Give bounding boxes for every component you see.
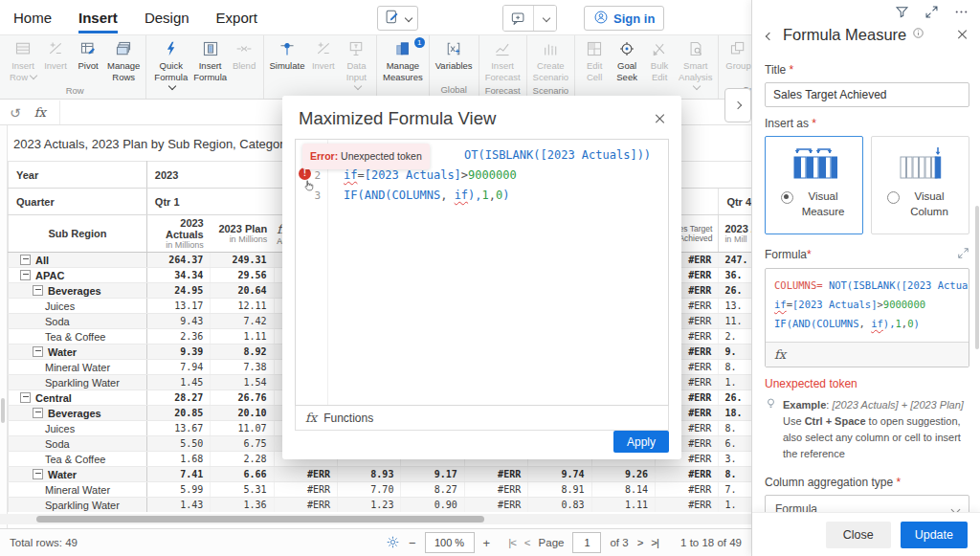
collapse-toggle[interactable] xyxy=(33,408,43,418)
back-button[interactable] xyxy=(765,24,774,45)
cell[interactable]: 7.38 xyxy=(211,360,274,375)
settings-gear-icon[interactable] xyxy=(386,535,400,551)
cell[interactable]: 8. xyxy=(719,360,751,375)
cell[interactable]: 0.90 xyxy=(401,498,464,513)
cell[interactable]: 13.17 xyxy=(146,299,210,314)
collapse-toggle[interactable] xyxy=(33,285,43,296)
cell[interactable]: 29.56 xyxy=(211,268,274,283)
cell[interactable]: #ERR xyxy=(464,467,527,482)
horizontal-scrollbar-track[interactable] xyxy=(0,514,751,524)
ribbon-button-variables[interactable]: Variables xyxy=(433,39,476,73)
cell[interactable]: #ERR xyxy=(655,482,718,498)
cell[interactable]: #ERR xyxy=(464,482,527,498)
close-modal-icon[interactable] xyxy=(654,113,665,124)
row-label[interactable]: Sparkling Water xyxy=(9,498,147,513)
cell[interactable]: 26. xyxy=(719,390,751,406)
cell[interactable]: #ERR xyxy=(274,498,337,513)
cell[interactable]: #ERR xyxy=(655,467,718,482)
cell[interactable]: 9.26 xyxy=(591,467,655,482)
row-label[interactable]: Mineral Water xyxy=(9,360,147,375)
edit-mode-button[interactable] xyxy=(377,6,418,31)
apply-button[interactable]: Apply xyxy=(613,431,669,453)
collapse-toggle[interactable] xyxy=(20,270,31,280)
formula-editor[interactable]: COLUMNS= NOT(ISBLANK([2023 Actuals]))if=… xyxy=(766,269,969,342)
visual-measure-option[interactable]: Visual Measure xyxy=(765,136,863,234)
menu-tab-design[interactable]: Design xyxy=(145,10,189,26)
functions-bar[interactable]: fx Functions xyxy=(295,406,669,431)
cell[interactable]: 20.10 xyxy=(211,406,274,421)
menu-tab-home[interactable]: Home xyxy=(13,10,52,26)
cell[interactable]: #ERR xyxy=(655,498,718,513)
collapse-toggle[interactable] xyxy=(20,255,31,265)
cell[interactable]: #ERR xyxy=(274,467,337,482)
cell[interactable]: 264.37 xyxy=(146,253,210,268)
cell[interactable]: 7.42 xyxy=(211,314,274,329)
cell[interactable]: 13. xyxy=(719,299,751,314)
cell[interactable]: 9.43 xyxy=(146,314,210,329)
page-next-button[interactable]: > xyxy=(637,537,643,548)
page-first-button[interactable]: |< xyxy=(508,537,516,548)
row-label[interactable]: Juices xyxy=(9,299,147,314)
row-label[interactable]: Soda xyxy=(9,436,147,452)
row-label[interactable]: Juices xyxy=(9,421,147,436)
cell[interactable]: 1.11 xyxy=(591,498,655,513)
row-label[interactable]: Sparkling Water xyxy=(9,375,147,390)
cell[interactable]: 1.68 xyxy=(146,452,210,467)
row-label[interactable]: Tea & Coffee xyxy=(9,452,147,467)
cell[interactable]: 26.76 xyxy=(211,390,274,406)
cell[interactable]: 1.11 xyxy=(211,329,274,345)
cell[interactable]: 3. xyxy=(719,452,751,467)
ribbon-button-quick-formula[interactable]: QuickFormula xyxy=(149,39,192,95)
page-last-button[interactable]: >| xyxy=(651,537,658,548)
cell[interactable]: 8. xyxy=(719,421,751,436)
cell[interactable]: #ERR xyxy=(274,482,337,498)
row-label[interactable]: Beverages xyxy=(9,283,147,299)
row-label[interactable]: Water xyxy=(9,467,147,482)
cell[interactable]: 6. xyxy=(719,436,751,452)
cell[interactable]: 8.91 xyxy=(528,482,591,498)
panel-toggle-handle[interactable] xyxy=(1,398,5,423)
cell[interactable]: 12.11 xyxy=(211,299,274,314)
undo-icon[interactable] xyxy=(10,105,21,121)
cell[interactable]: 7.94 xyxy=(146,360,210,375)
row-label[interactable]: Water xyxy=(9,345,147,360)
cell[interactable]: 5.31 xyxy=(211,482,274,498)
cell[interactable]: 9.39 xyxy=(146,345,210,360)
cell[interactable]: 1.23 xyxy=(338,498,401,513)
info-icon[interactable] xyxy=(912,26,924,43)
page-number-input[interactable] xyxy=(572,532,601,553)
functions-strip[interactable]: fx xyxy=(766,342,969,367)
comment-dropdown-button[interactable] xyxy=(533,6,556,31)
cell[interactable]: 11. xyxy=(719,314,751,329)
cell[interactable]: 8.27 xyxy=(401,482,464,498)
ribbon-button-manage-measures[interactable]: 1ManageMeasures xyxy=(380,39,426,83)
cell[interactable]: 20.85 xyxy=(146,406,210,421)
cell[interactable]: 24.95 xyxy=(146,283,210,299)
ribbon-overflow-chevron[interactable] xyxy=(724,88,751,122)
collapse-toggle[interactable] xyxy=(33,346,43,357)
cell[interactable]: 5.50 xyxy=(146,436,210,452)
cell[interactable]: 8. xyxy=(719,467,751,482)
cell[interactable]: 1. xyxy=(719,375,751,390)
page-prev-button[interactable]: < xyxy=(524,537,530,548)
cell[interactable]: 9.74 xyxy=(528,467,591,482)
row-label[interactable]: Soda xyxy=(9,314,147,329)
close-panel-icon[interactable] xyxy=(956,29,968,40)
row-label[interactable]: Beverages xyxy=(9,406,147,421)
cell[interactable]: 28.27 xyxy=(146,390,210,406)
cell[interactable]: 34.34 xyxy=(146,268,210,283)
modal-code-area[interactable]: Error: Unexpected token OT(ISBLANK([2023… xyxy=(328,140,668,405)
cell[interactable]: 6.66 xyxy=(211,467,274,482)
horizontal-scrollbar-thumb[interactable] xyxy=(36,516,484,523)
cell[interactable]: 2. xyxy=(719,329,751,345)
cell[interactable]: 2.28 xyxy=(211,452,274,467)
cell[interactable]: #ERR xyxy=(464,498,527,513)
menu-tab-insert[interactable]: Insert xyxy=(78,10,118,26)
ribbon-button-simulate[interactable]: Simulate xyxy=(267,39,307,73)
cell[interactable]: 9. xyxy=(719,345,751,360)
ribbon-button-insert-formula[interactable]: InsertFormula xyxy=(192,39,228,83)
cell[interactable]: 18. xyxy=(719,406,751,421)
row-label[interactable]: APAC xyxy=(9,268,147,283)
cell[interactable]: 5.99 xyxy=(146,482,210,498)
collapse-toggle[interactable] xyxy=(33,469,43,479)
